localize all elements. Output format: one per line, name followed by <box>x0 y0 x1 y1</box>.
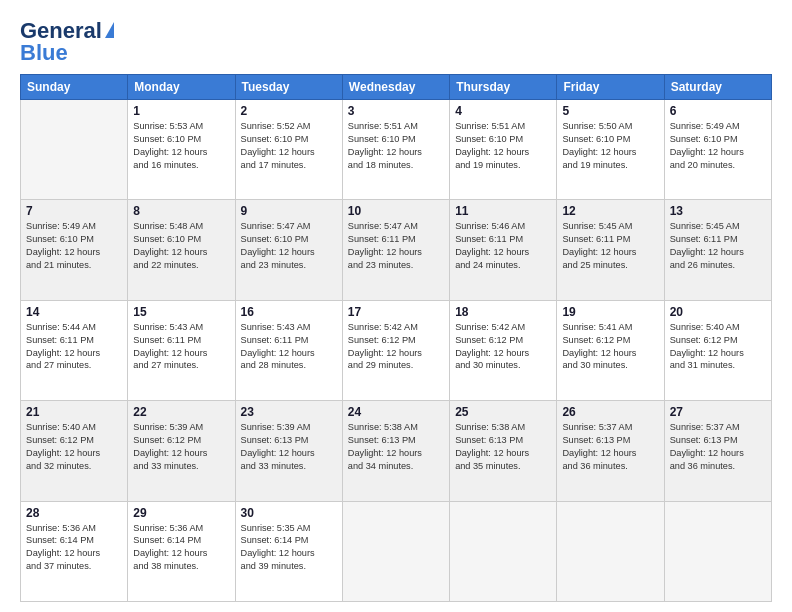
calendar-header-friday: Friday <box>557 75 664 100</box>
day-info: Sunrise: 5:40 AM Sunset: 6:12 PM Dayligh… <box>26 421 122 473</box>
day-number: 30 <box>241 506 337 520</box>
day-info: Sunrise: 5:51 AM Sunset: 6:10 PM Dayligh… <box>455 120 551 172</box>
calendar-week-row: 7Sunrise: 5:49 AM Sunset: 6:10 PM Daylig… <box>21 200 772 300</box>
calendar-cell: 25Sunrise: 5:38 AM Sunset: 6:13 PM Dayli… <box>450 401 557 501</box>
day-number: 24 <box>348 405 444 419</box>
calendar-cell: 5Sunrise: 5:50 AM Sunset: 6:10 PM Daylig… <box>557 100 664 200</box>
day-number: 25 <box>455 405 551 419</box>
header: General Blue <box>20 18 772 66</box>
day-info: Sunrise: 5:36 AM Sunset: 6:14 PM Dayligh… <box>26 522 122 574</box>
calendar-cell: 16Sunrise: 5:43 AM Sunset: 6:11 PM Dayli… <box>235 300 342 400</box>
day-number: 20 <box>670 305 766 319</box>
day-number: 2 <box>241 104 337 118</box>
calendar-week-row: 21Sunrise: 5:40 AM Sunset: 6:12 PM Dayli… <box>21 401 772 501</box>
day-info: Sunrise: 5:52 AM Sunset: 6:10 PM Dayligh… <box>241 120 337 172</box>
calendar-header-saturday: Saturday <box>664 75 771 100</box>
day-number: 13 <box>670 204 766 218</box>
calendar-cell: 11Sunrise: 5:46 AM Sunset: 6:11 PM Dayli… <box>450 200 557 300</box>
calendar-cell: 17Sunrise: 5:42 AM Sunset: 6:12 PM Dayli… <box>342 300 449 400</box>
day-number: 19 <box>562 305 658 319</box>
calendar-cell: 6Sunrise: 5:49 AM Sunset: 6:10 PM Daylig… <box>664 100 771 200</box>
day-number: 4 <box>455 104 551 118</box>
calendar-cell: 22Sunrise: 5:39 AM Sunset: 6:12 PM Dayli… <box>128 401 235 501</box>
calendar-week-row: 14Sunrise: 5:44 AM Sunset: 6:11 PM Dayli… <box>21 300 772 400</box>
day-number: 29 <box>133 506 229 520</box>
day-number: 12 <box>562 204 658 218</box>
day-number: 6 <box>670 104 766 118</box>
day-info: Sunrise: 5:46 AM Sunset: 6:11 PM Dayligh… <box>455 220 551 272</box>
day-info: Sunrise: 5:39 AM Sunset: 6:12 PM Dayligh… <box>133 421 229 473</box>
calendar-cell: 20Sunrise: 5:40 AM Sunset: 6:12 PM Dayli… <box>664 300 771 400</box>
calendar-table: SundayMondayTuesdayWednesdayThursdayFrid… <box>20 74 772 602</box>
calendar-cell: 1Sunrise: 5:53 AM Sunset: 6:10 PM Daylig… <box>128 100 235 200</box>
day-number: 22 <box>133 405 229 419</box>
day-info: Sunrise: 5:43 AM Sunset: 6:11 PM Dayligh… <box>241 321 337 373</box>
day-info: Sunrise: 5:39 AM Sunset: 6:13 PM Dayligh… <box>241 421 337 473</box>
day-info: Sunrise: 5:53 AM Sunset: 6:10 PM Dayligh… <box>133 120 229 172</box>
calendar-cell: 23Sunrise: 5:39 AM Sunset: 6:13 PM Dayli… <box>235 401 342 501</box>
calendar-cell: 12Sunrise: 5:45 AM Sunset: 6:11 PM Dayli… <box>557 200 664 300</box>
calendar-cell: 10Sunrise: 5:47 AM Sunset: 6:11 PM Dayli… <box>342 200 449 300</box>
page: General Blue SundayMondayTuesdayWednesda… <box>0 0 792 612</box>
day-info: Sunrise: 5:35 AM Sunset: 6:14 PM Dayligh… <box>241 522 337 574</box>
day-info: Sunrise: 5:50 AM Sunset: 6:10 PM Dayligh… <box>562 120 658 172</box>
calendar-cell: 13Sunrise: 5:45 AM Sunset: 6:11 PM Dayli… <box>664 200 771 300</box>
calendar-cell: 4Sunrise: 5:51 AM Sunset: 6:10 PM Daylig… <box>450 100 557 200</box>
day-number: 28 <box>26 506 122 520</box>
logo: General Blue <box>20 18 114 66</box>
calendar-header-tuesday: Tuesday <box>235 75 342 100</box>
day-info: Sunrise: 5:49 AM Sunset: 6:10 PM Dayligh… <box>26 220 122 272</box>
calendar-cell: 29Sunrise: 5:36 AM Sunset: 6:14 PM Dayli… <box>128 501 235 601</box>
day-number: 1 <box>133 104 229 118</box>
day-info: Sunrise: 5:51 AM Sunset: 6:10 PM Dayligh… <box>348 120 444 172</box>
calendar-cell <box>664 501 771 601</box>
day-info: Sunrise: 5:41 AM Sunset: 6:12 PM Dayligh… <box>562 321 658 373</box>
calendar-cell: 3Sunrise: 5:51 AM Sunset: 6:10 PM Daylig… <box>342 100 449 200</box>
day-number: 9 <box>241 204 337 218</box>
day-info: Sunrise: 5:37 AM Sunset: 6:13 PM Dayligh… <box>562 421 658 473</box>
calendar-cell: 28Sunrise: 5:36 AM Sunset: 6:14 PM Dayli… <box>21 501 128 601</box>
calendar-cell: 2Sunrise: 5:52 AM Sunset: 6:10 PM Daylig… <box>235 100 342 200</box>
calendar-cell: 8Sunrise: 5:48 AM Sunset: 6:10 PM Daylig… <box>128 200 235 300</box>
day-number: 3 <box>348 104 444 118</box>
calendar-cell: 30Sunrise: 5:35 AM Sunset: 6:14 PM Dayli… <box>235 501 342 601</box>
calendar-cell: 19Sunrise: 5:41 AM Sunset: 6:12 PM Dayli… <box>557 300 664 400</box>
calendar-cell <box>21 100 128 200</box>
day-info: Sunrise: 5:49 AM Sunset: 6:10 PM Dayligh… <box>670 120 766 172</box>
day-number: 21 <box>26 405 122 419</box>
day-number: 7 <box>26 204 122 218</box>
day-info: Sunrise: 5:42 AM Sunset: 6:12 PM Dayligh… <box>348 321 444 373</box>
calendar-header-row: SundayMondayTuesdayWednesdayThursdayFrid… <box>21 75 772 100</box>
calendar-header-sunday: Sunday <box>21 75 128 100</box>
calendar-cell: 9Sunrise: 5:47 AM Sunset: 6:10 PM Daylig… <box>235 200 342 300</box>
day-info: Sunrise: 5:48 AM Sunset: 6:10 PM Dayligh… <box>133 220 229 272</box>
day-info: Sunrise: 5:40 AM Sunset: 6:12 PM Dayligh… <box>670 321 766 373</box>
day-info: Sunrise: 5:43 AM Sunset: 6:11 PM Dayligh… <box>133 321 229 373</box>
logo-blue: Blue <box>20 40 68 66</box>
calendar-cell: 27Sunrise: 5:37 AM Sunset: 6:13 PM Dayli… <box>664 401 771 501</box>
calendar-cell: 14Sunrise: 5:44 AM Sunset: 6:11 PM Dayli… <box>21 300 128 400</box>
day-number: 14 <box>26 305 122 319</box>
calendar-header-thursday: Thursday <box>450 75 557 100</box>
day-info: Sunrise: 5:47 AM Sunset: 6:10 PM Dayligh… <box>241 220 337 272</box>
calendar-cell: 18Sunrise: 5:42 AM Sunset: 6:12 PM Dayli… <box>450 300 557 400</box>
calendar-week-row: 1Sunrise: 5:53 AM Sunset: 6:10 PM Daylig… <box>21 100 772 200</box>
day-info: Sunrise: 5:45 AM Sunset: 6:11 PM Dayligh… <box>562 220 658 272</box>
day-info: Sunrise: 5:37 AM Sunset: 6:13 PM Dayligh… <box>670 421 766 473</box>
day-info: Sunrise: 5:45 AM Sunset: 6:11 PM Dayligh… <box>670 220 766 272</box>
day-info: Sunrise: 5:38 AM Sunset: 6:13 PM Dayligh… <box>348 421 444 473</box>
calendar-week-row: 28Sunrise: 5:36 AM Sunset: 6:14 PM Dayli… <box>21 501 772 601</box>
calendar-cell: 26Sunrise: 5:37 AM Sunset: 6:13 PM Dayli… <box>557 401 664 501</box>
calendar-cell <box>450 501 557 601</box>
calendar-cell: 24Sunrise: 5:38 AM Sunset: 6:13 PM Dayli… <box>342 401 449 501</box>
day-number: 15 <box>133 305 229 319</box>
calendar-cell: 7Sunrise: 5:49 AM Sunset: 6:10 PM Daylig… <box>21 200 128 300</box>
day-number: 18 <box>455 305 551 319</box>
calendar-cell: 21Sunrise: 5:40 AM Sunset: 6:12 PM Dayli… <box>21 401 128 501</box>
day-info: Sunrise: 5:47 AM Sunset: 6:11 PM Dayligh… <box>348 220 444 272</box>
day-number: 23 <box>241 405 337 419</box>
calendar-cell <box>557 501 664 601</box>
day-info: Sunrise: 5:38 AM Sunset: 6:13 PM Dayligh… <box>455 421 551 473</box>
logo-triangle-icon <box>105 22 114 38</box>
day-number: 26 <box>562 405 658 419</box>
